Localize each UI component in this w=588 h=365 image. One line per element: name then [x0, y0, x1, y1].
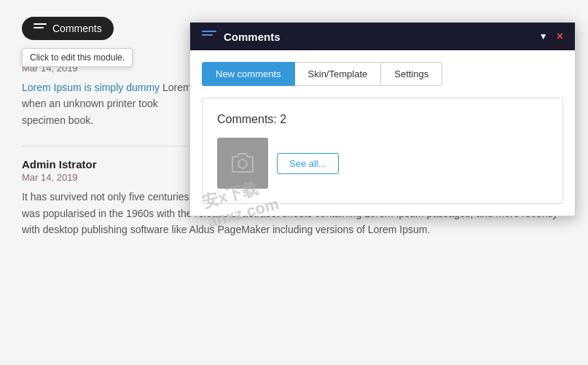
- comments-modal: Comments ▼ × New comments Skin/Template …: [189, 22, 576, 216]
- modal-header: Comments ▼ ×: [190, 23, 575, 50]
- modal-chevron-icon[interactable]: ▼: [539, 31, 548, 42]
- modal-title: Comments: [224, 31, 281, 43]
- post-text-link[interactable]: Lorem Ipsum is simply dummy: [22, 82, 160, 93]
- tooltip: Click to edit this module.: [22, 48, 133, 67]
- see-all-button[interactable]: See all...: [277, 153, 339, 174]
- comments-icon: [34, 23, 47, 34]
- modal-body: New comments Skin/Template Settings Comm…: [190, 50, 575, 216]
- modal-icon: [202, 31, 216, 42]
- comments-button[interactable]: Comments: [22, 17, 114, 40]
- camera-icon: [217, 138, 268, 189]
- comments-button-label: Comments: [52, 23, 102, 34]
- modal-header-right: ▼ ×: [539, 30, 563, 43]
- modal-content-box: Comments: 2 See all...: [202, 98, 563, 204]
- comments-count: Comments: 2: [217, 113, 548, 126]
- modal-tabs: New comments Skin/Template Settings: [202, 62, 563, 86]
- tab-skin-template[interactable]: Skin/Template: [295, 62, 382, 86]
- tab-new-comments[interactable]: New comments: [202, 62, 295, 86]
- modal-header-left: Comments: [202, 31, 281, 43]
- camera-area: See all...: [217, 138, 548, 189]
- tab-settings[interactable]: Settings: [381, 62, 442, 86]
- page-content: ... Comments Click to edit this module. …: [0, 0, 588, 365]
- modal-close-icon[interactable]: ×: [557, 30, 563, 43]
